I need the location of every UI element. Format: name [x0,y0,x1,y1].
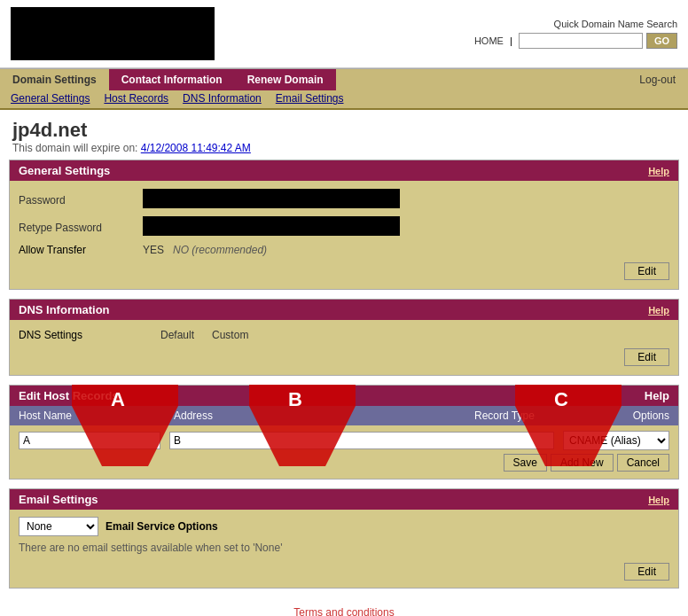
sub-nav: General Settings Host Records DNS Inform… [0,90,688,110]
host-actions: Save Add New Cancel [19,450,669,473]
email-service-select[interactable]: None [19,517,98,536]
general-settings-help[interactable]: Help [648,166,669,176]
email-edit-button[interactable]: Edit [624,563,669,581]
email-section: Email Settings Help None Email Service O… [9,488,679,589]
password-label: Password [19,194,143,207]
transfer-label: Allow Transfer [19,244,143,256]
header-right: Quick Domain Name Search HOME | GO [474,19,677,49]
transfer-row: Allow Transfer YES NO (recommended) [19,241,669,259]
search-input[interactable] [519,33,643,49]
email-body: None Email Service Options There are no … [10,510,678,588]
footer: Terms and conditions [0,597,688,616]
dns-default[interactable]: Default [160,329,194,341]
col-host-name: Host Name [19,409,174,422]
host-body: CNAME (Alias) A (Host) MX (Mail) A [10,425,678,479]
cancel-button[interactable]: Cancel [617,454,669,472]
host-col-headers: Host Name Address Record Type Options [10,406,678,425]
col-options: Options [598,409,669,422]
sub-nav-email-settings[interactable]: Email Settings [276,92,344,105]
edit-host-section: Edit Host Records Help Host Name Address… [9,385,679,480]
email-help[interactable]: Help [648,495,669,505]
dns-edit-button[interactable]: Edit [624,348,669,366]
host-name-input[interactable] [19,432,160,449]
logout-link[interactable]: Log-out [627,69,688,90]
header: Quick Domain Name Search HOME | GO [0,0,688,68]
edit-host-header: Edit Host Records Help [10,386,678,406]
terms-link[interactable]: Terms and conditions [293,606,394,616]
dns-body: DNS Settings Default Custom Edit [10,320,678,375]
retype-value [143,216,669,238]
dns-settings-label: DNS Settings [19,329,143,341]
dns-help[interactable]: Help [648,305,669,316]
sub-nav-host-records[interactable]: Host Records [104,92,168,105]
tab-domain-settings[interactable]: Domain Settings [0,69,109,90]
general-settings-body: Password Retype Password Allow Transfer … [10,181,678,289]
host-record-row: CNAME (Alias) A (Host) MX (Mail) A [19,431,669,450]
pipe-separator: | [507,35,515,46]
yes-no-options: YES NO (recommended) [143,244,267,256]
go-button[interactable]: GO [646,33,677,49]
yes-option[interactable]: YES [143,244,164,256]
col-record-type: Record Type [474,409,598,422]
address-input[interactable] [169,432,554,449]
email-options-row: None Email Service Options [19,515,669,538]
retype-black-box [143,216,400,236]
dns-edit-row: Edit [19,345,669,368]
edit-host-title: Edit Host Records [19,389,119,402]
expire-text: This domain will expire on: [12,142,137,154]
email-header: Email Settings Help [10,489,678,510]
dns-header: DNS Information Help [10,300,678,320]
dns-options: Default Custom [160,329,248,341]
search-label: Quick Domain Name Search [474,19,677,29]
dns-title: DNS Information [19,303,110,316]
edit-host-help[interactable]: Help [645,389,669,402]
sub-nav-general-settings[interactable]: General Settings [11,92,90,105]
sub-nav-dns-information[interactable]: DNS Information [183,92,262,105]
record-type-select[interactable]: CNAME (Alias) A (Host) MX (Mail) [563,431,669,450]
domain-title: jp4d.net [12,119,676,142]
home-link[interactable]: HOME [474,35,504,46]
general-edit-row: Edit [19,259,669,282]
general-settings-section: General Settings Help Password Retype Pa… [9,160,679,290]
general-settings-header: General Settings Help [10,160,678,181]
general-edit-button[interactable]: Edit [624,262,669,280]
nav-tabs-left: Domain Settings Contact Information Rene… [0,69,336,90]
tab-contact-information[interactable]: Contact Information [109,69,235,90]
dns-settings-row: DNS Settings Default Custom [19,325,669,345]
password-black-box [143,189,400,208]
logo [11,7,215,60]
general-settings-title: General Settings [19,164,110,177]
retype-label: Retype Password [19,222,143,234]
email-options-label: Email Service Options [106,520,218,533]
domain-expire: This domain will expire on: 4/12/2008 11… [12,142,676,154]
domain-title-area: jp4d.net This domain will expire on: 4/1… [0,110,688,160]
tab-renew-domain[interactable]: Renew Domain [235,69,336,90]
email-none-message: There are no email settings available wh… [19,538,669,559]
password-value [143,189,669,211]
save-button[interactable]: Save [504,454,547,472]
nav-tabs: Domain Settings Contact Information Rene… [0,68,688,90]
search-row: HOME | GO [474,33,677,49]
expire-date[interactable]: 4/12/2008 11:49:42 AM [141,142,251,154]
no-option: NO (recommended) [173,244,267,256]
add-new-button[interactable]: Add New [551,454,614,472]
retype-row: Retype Password [19,214,669,241]
email-edit-row: Edit [19,559,669,582]
dns-section: DNS Information Help DNS Settings Defaul… [9,299,679,376]
email-title: Email Settings [19,493,98,506]
password-row: Password [19,186,669,214]
dns-custom[interactable]: Custom [212,329,248,341]
col-address: Address [174,409,474,422]
